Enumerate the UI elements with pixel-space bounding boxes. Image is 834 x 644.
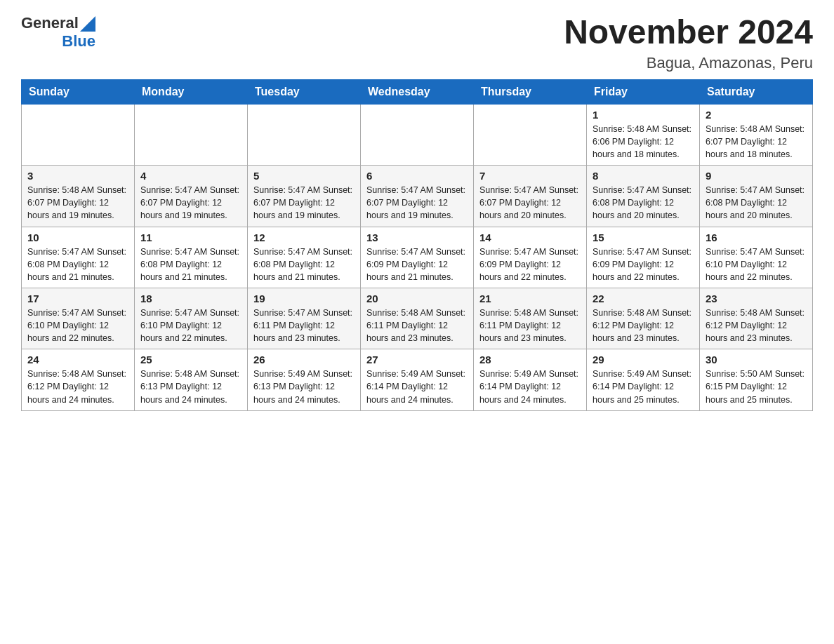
- calendar-cell: 12Sunrise: 5:47 AM Sunset: 6:08 PM Dayli…: [248, 227, 361, 288]
- day-info: Sunrise: 5:48 AM Sunset: 6:12 PM Dayligh…: [27, 368, 128, 405]
- day-info: Sunrise: 5:47 AM Sunset: 6:07 PM Dayligh…: [479, 184, 581, 222]
- day-info: Sunrise: 5:48 AM Sunset: 6:11 PM Dayligh…: [479, 307, 581, 344]
- calendar-cell: 15Sunrise: 5:47 AM Sunset: 6:09 PM Dayli…: [587, 227, 700, 288]
- day-number: 23: [706, 293, 807, 304]
- calendar-cell: 6Sunrise: 5:47 AM Sunset: 6:07 PM Daylig…: [361, 166, 474, 227]
- calendar-cell: 30Sunrise: 5:50 AM Sunset: 6:15 PM Dayli…: [700, 349, 813, 410]
- day-info: Sunrise: 5:47 AM Sunset: 6:08 PM Dayligh…: [706, 184, 807, 222]
- calendar-cell: 16Sunrise: 5:47 AM Sunset: 6:10 PM Dayli…: [700, 227, 813, 288]
- calendar-table: SundayMondayTuesdayWednesdayThursdayFrid…: [21, 79, 813, 411]
- week-row-2: 3Sunrise: 5:48 AM Sunset: 6:07 PM Daylig…: [22, 166, 813, 227]
- calendar-cell: 24Sunrise: 5:48 AM Sunset: 6:12 PM Dayli…: [22, 349, 135, 410]
- day-number: 11: [140, 232, 241, 243]
- day-info: Sunrise: 5:47 AM Sunset: 6:09 PM Dayligh…: [366, 246, 468, 283]
- day-info: Sunrise: 5:49 AM Sunset: 6:14 PM Dayligh…: [479, 368, 581, 405]
- day-number: 14: [479, 232, 581, 243]
- calendar-cell: 11Sunrise: 5:47 AM Sunset: 6:08 PM Dayli…: [135, 227, 248, 288]
- day-number: 20: [366, 293, 468, 304]
- calendar-body: 1Sunrise: 5:48 AM Sunset: 6:06 PM Daylig…: [22, 104, 813, 410]
- day-header-friday: Friday: [587, 79, 700, 104]
- day-number: 13: [366, 232, 468, 243]
- calendar-cell: 25Sunrise: 5:48 AM Sunset: 6:13 PM Dayli…: [135, 349, 248, 410]
- day-number: 8: [593, 170, 694, 182]
- calendar-title: November 2024: [564, 14, 813, 51]
- calendar-cell: [22, 104, 135, 165]
- day-number: 15: [593, 232, 694, 243]
- day-info: Sunrise: 5:48 AM Sunset: 6:07 PM Dayligh…: [706, 123, 807, 161]
- day-number: 12: [253, 232, 355, 243]
- calendar-cell: 20Sunrise: 5:48 AM Sunset: 6:11 PM Dayli…: [361, 288, 474, 349]
- day-info: Sunrise: 5:47 AM Sunset: 6:09 PM Dayligh…: [479, 246, 581, 283]
- day-info: Sunrise: 5:47 AM Sunset: 6:09 PM Dayligh…: [593, 246, 694, 283]
- page-header: General Blue November 2024 Bagua, Amazon…: [21, 14, 813, 72]
- day-header-tuesday: Tuesday: [248, 79, 361, 104]
- days-of-week-row: SundayMondayTuesdayWednesdayThursdayFrid…: [22, 79, 813, 104]
- day-info: Sunrise: 5:50 AM Sunset: 6:15 PM Dayligh…: [706, 368, 807, 405]
- calendar-cell: 18Sunrise: 5:47 AM Sunset: 6:10 PM Dayli…: [135, 288, 248, 349]
- calendar-cell: 1Sunrise: 5:48 AM Sunset: 6:06 PM Daylig…: [587, 104, 700, 165]
- calendar-cell: 19Sunrise: 5:47 AM Sunset: 6:11 PM Dayli…: [248, 288, 361, 349]
- day-number: 3: [27, 170, 128, 182]
- day-info: Sunrise: 5:47 AM Sunset: 6:10 PM Dayligh…: [27, 307, 128, 344]
- calendar-cell: [474, 104, 587, 165]
- day-info: Sunrise: 5:48 AM Sunset: 6:06 PM Dayligh…: [593, 123, 694, 161]
- day-number: 2: [706, 109, 807, 121]
- day-header-thursday: Thursday: [474, 79, 587, 104]
- week-row-4: 17Sunrise: 5:47 AM Sunset: 6:10 PM Dayli…: [22, 288, 813, 349]
- day-number: 5: [253, 170, 355, 182]
- title-block: November 2024 Bagua, Amazonas, Peru: [564, 14, 813, 72]
- calendar-cell: [135, 104, 248, 165]
- day-number: 29: [593, 354, 694, 365]
- day-info: Sunrise: 5:48 AM Sunset: 6:11 PM Dayligh…: [366, 307, 468, 344]
- day-info: Sunrise: 5:49 AM Sunset: 6:14 PM Dayligh…: [366, 368, 468, 405]
- calendar-cell: 14Sunrise: 5:47 AM Sunset: 6:09 PM Dayli…: [474, 227, 587, 288]
- day-number: 21: [479, 293, 581, 304]
- logo: General Blue: [21, 14, 95, 51]
- calendar-cell: 7Sunrise: 5:47 AM Sunset: 6:07 PM Daylig…: [474, 166, 587, 227]
- day-info: Sunrise: 5:49 AM Sunset: 6:13 PM Dayligh…: [253, 368, 355, 405]
- day-info: Sunrise: 5:47 AM Sunset: 6:10 PM Dayligh…: [706, 246, 807, 283]
- day-header-wednesday: Wednesday: [361, 79, 474, 104]
- calendar-cell: 17Sunrise: 5:47 AM Sunset: 6:10 PM Dayli…: [22, 288, 135, 349]
- day-number: 24: [27, 354, 128, 365]
- day-number: 25: [140, 354, 241, 365]
- calendar-cell: [248, 104, 361, 165]
- day-number: 7: [479, 170, 581, 182]
- day-number: 17: [27, 293, 128, 304]
- logo-general-text: General: [21, 14, 79, 32]
- day-number: 10: [27, 232, 128, 243]
- day-number: 6: [366, 170, 468, 182]
- calendar-cell: [361, 104, 474, 165]
- calendar-cell: 23Sunrise: 5:48 AM Sunset: 6:12 PM Dayli…: [700, 288, 813, 349]
- week-row-5: 24Sunrise: 5:48 AM Sunset: 6:12 PM Dayli…: [22, 349, 813, 410]
- day-info: Sunrise: 5:47 AM Sunset: 6:07 PM Dayligh…: [253, 184, 355, 222]
- day-info: Sunrise: 5:48 AM Sunset: 6:12 PM Dayligh…: [706, 307, 807, 344]
- calendar-subtitle: Bagua, Amazonas, Peru: [564, 54, 813, 72]
- calendar-cell: 2Sunrise: 5:48 AM Sunset: 6:07 PM Daylig…: [700, 104, 813, 165]
- day-info: Sunrise: 5:47 AM Sunset: 6:08 PM Dayligh…: [140, 246, 241, 283]
- day-number: 22: [593, 293, 694, 304]
- day-number: 4: [140, 170, 241, 182]
- calendar-cell: 8Sunrise: 5:47 AM Sunset: 6:08 PM Daylig…: [587, 166, 700, 227]
- week-row-1: 1Sunrise: 5:48 AM Sunset: 6:06 PM Daylig…: [22, 104, 813, 165]
- day-number: 9: [706, 170, 807, 182]
- day-number: 28: [479, 354, 581, 365]
- day-info: Sunrise: 5:47 AM Sunset: 6:08 PM Dayligh…: [253, 246, 355, 283]
- calendar-cell: 22Sunrise: 5:48 AM Sunset: 6:12 PM Dayli…: [587, 288, 700, 349]
- day-info: Sunrise: 5:49 AM Sunset: 6:14 PM Dayligh…: [593, 368, 694, 405]
- day-info: Sunrise: 5:47 AM Sunset: 6:11 PM Dayligh…: [253, 307, 355, 344]
- calendar-cell: 5Sunrise: 5:47 AM Sunset: 6:07 PM Daylig…: [248, 166, 361, 227]
- calendar-cell: 28Sunrise: 5:49 AM Sunset: 6:14 PM Dayli…: [474, 349, 587, 410]
- day-info: Sunrise: 5:48 AM Sunset: 6:12 PM Dayligh…: [593, 307, 694, 344]
- day-info: Sunrise: 5:47 AM Sunset: 6:07 PM Dayligh…: [366, 184, 468, 222]
- svg-marker-0: [80, 16, 95, 32]
- calendar-cell: 26Sunrise: 5:49 AM Sunset: 6:13 PM Dayli…: [248, 349, 361, 410]
- week-row-3: 10Sunrise: 5:47 AM Sunset: 6:08 PM Dayli…: [22, 227, 813, 288]
- day-number: 16: [706, 232, 807, 243]
- day-info: Sunrise: 5:47 AM Sunset: 6:08 PM Dayligh…: [27, 246, 128, 283]
- day-number: 26: [253, 354, 355, 365]
- day-header-saturday: Saturday: [700, 79, 813, 104]
- calendar-cell: 13Sunrise: 5:47 AM Sunset: 6:09 PM Dayli…: [361, 227, 474, 288]
- day-info: Sunrise: 5:48 AM Sunset: 6:07 PM Dayligh…: [27, 184, 128, 222]
- day-info: Sunrise: 5:48 AM Sunset: 6:13 PM Dayligh…: [140, 368, 241, 405]
